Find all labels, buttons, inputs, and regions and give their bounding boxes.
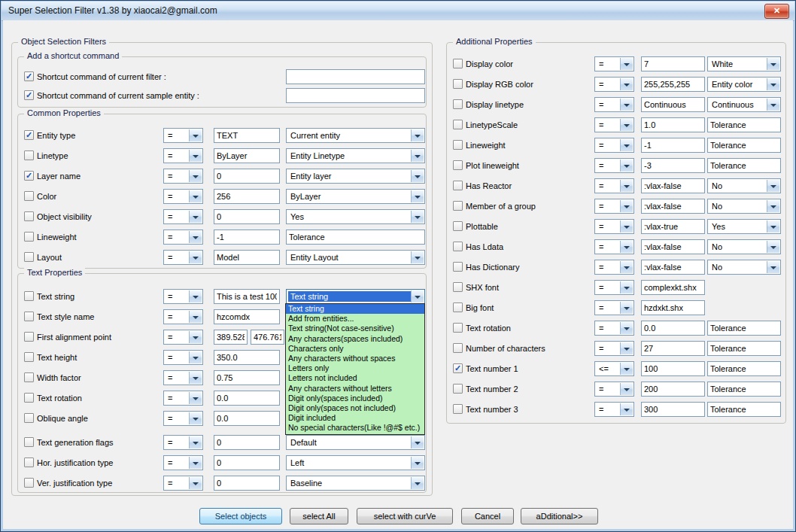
operator-combobox[interactable]: = bbox=[594, 382, 634, 397]
operator-combobox[interactable]: = bbox=[163, 455, 203, 470]
operator-combobox[interactable]: = bbox=[594, 402, 634, 417]
tolerance-input[interactable] bbox=[707, 138, 781, 153]
value-input[interactable] bbox=[641, 117, 705, 132]
select-with-curve-button[interactable]: select with curVe bbox=[357, 508, 453, 524]
checkbox[interactable] bbox=[453, 404, 463, 414]
operator-combobox[interactable]: = bbox=[163, 189, 203, 204]
value-input[interactable] bbox=[641, 199, 705, 214]
checkbox[interactable] bbox=[24, 413, 34, 423]
operator-combobox[interactable]: = bbox=[594, 280, 634, 295]
operator-combobox[interactable]: = bbox=[594, 239, 634, 254]
option-combobox[interactable]: Entity Linetype bbox=[286, 148, 425, 163]
operator-combobox[interactable]: = bbox=[163, 169, 203, 184]
value-input[interactable] bbox=[641, 300, 705, 315]
checkbox[interactable] bbox=[24, 150, 34, 160]
option-combobox[interactable]: ByLayer bbox=[286, 189, 425, 204]
cancel-button[interactable]: Cancel bbox=[461, 508, 514, 524]
dropdown-item[interactable]: Letters not included bbox=[286, 373, 424, 383]
operator-combobox[interactable]: = bbox=[163, 350, 203, 365]
value-input[interactable] bbox=[641, 382, 705, 397]
option-combobox[interactable]: No bbox=[707, 260, 781, 275]
tolerance-input[interactable] bbox=[707, 321, 781, 336]
option-combobox[interactable]: No bbox=[707, 178, 781, 193]
value-input[interactable] bbox=[214, 391, 280, 406]
option-combobox[interactable]: Continuous bbox=[707, 97, 781, 112]
value-input[interactable] bbox=[214, 476, 280, 491]
checkbox[interactable] bbox=[24, 211, 34, 221]
dropdown-item[interactable]: Add from entities... bbox=[286, 314, 424, 324]
checkbox[interactable] bbox=[24, 312, 34, 321]
operator-combobox[interactable]: = bbox=[594, 300, 634, 315]
value-input[interactable] bbox=[641, 361, 705, 376]
value-input[interactable] bbox=[641, 260, 705, 275]
operator-combobox[interactable]: = bbox=[163, 309, 203, 324]
operator-combobox[interactable]: = bbox=[594, 199, 634, 214]
operator-combobox[interactable]: = bbox=[594, 77, 634, 92]
value-input[interactable] bbox=[641, 77, 705, 92]
value-input[interactable] bbox=[641, 97, 705, 112]
option-combobox[interactable]: Baseline bbox=[286, 476, 425, 491]
option-combobox[interactable]: Yes bbox=[707, 219, 781, 234]
value-input[interactable] bbox=[641, 321, 705, 336]
checkbox[interactable] bbox=[453, 120, 463, 129]
checkbox[interactable] bbox=[453, 181, 463, 190]
operator-combobox[interactable]: = bbox=[594, 178, 634, 193]
checkbox[interactable]: ✓ bbox=[24, 71, 34, 81]
dropdown-item[interactable]: Digit only(spaces not included) bbox=[286, 403, 424, 413]
operator-combobox[interactable]: = bbox=[163, 476, 203, 491]
value-input[interactable] bbox=[641, 402, 705, 417]
value-input[interactable] bbox=[214, 330, 248, 345]
option-combobox[interactable]: Entity color bbox=[707, 77, 781, 92]
value-input[interactable] bbox=[214, 148, 280, 163]
value-input[interactable] bbox=[641, 219, 705, 234]
value-input[interactable] bbox=[214, 230, 280, 245]
value-input[interactable] bbox=[214, 250, 280, 265]
checkbox[interactable] bbox=[453, 221, 463, 231]
shortcut-command-input[interactable] bbox=[286, 69, 425, 84]
operator-combobox[interactable]: = bbox=[163, 250, 203, 265]
checkbox[interactable] bbox=[24, 393, 34, 403]
value-input[interactable] bbox=[214, 189, 280, 204]
checkbox[interactable] bbox=[24, 291, 34, 301]
value-input[interactable] bbox=[214, 128, 280, 143]
checkbox[interactable] bbox=[24, 252, 34, 262]
checkbox[interactable] bbox=[453, 384, 463, 394]
select-all-button[interactable]: select All bbox=[290, 508, 348, 524]
option-combobox[interactable]: White bbox=[707, 56, 781, 71]
value-input[interactable] bbox=[641, 280, 705, 295]
operator-combobox[interactable]: = bbox=[163, 411, 203, 426]
dropdown-item[interactable]: Any characters(spaces included) bbox=[286, 334, 424, 344]
tolerance-input[interactable] bbox=[286, 230, 425, 245]
value-input[interactable] bbox=[214, 209, 280, 224]
checkbox[interactable] bbox=[453, 201, 463, 211]
operator-combobox[interactable]: = bbox=[594, 56, 634, 71]
option-combobox[interactable]: Yes bbox=[286, 209, 425, 224]
value-input[interactable] bbox=[641, 178, 705, 193]
operator-combobox[interactable]: = bbox=[163, 209, 203, 224]
checkbox[interactable] bbox=[24, 458, 34, 467]
value-input[interactable] bbox=[214, 370, 280, 385]
operator-combobox[interactable]: = bbox=[594, 260, 634, 275]
checkbox[interactable] bbox=[453, 140, 463, 150]
select-objects-button[interactable]: Select objects bbox=[199, 508, 282, 524]
operator-combobox[interactable]: = bbox=[163, 435, 203, 450]
checkbox[interactable] bbox=[24, 191, 34, 201]
value-input-2[interactable] bbox=[251, 330, 284, 345]
checkbox[interactable] bbox=[453, 242, 463, 251]
checkbox[interactable] bbox=[24, 352, 34, 362]
operator-combobox[interactable]: <= bbox=[594, 361, 634, 376]
checkbox[interactable]: ✓ bbox=[453, 363, 463, 373]
value-input[interactable] bbox=[214, 289, 280, 304]
dropdown-item[interactable]: Any characters without letters bbox=[286, 384, 424, 394]
tolerance-input[interactable] bbox=[707, 382, 781, 397]
checkbox[interactable] bbox=[453, 323, 463, 333]
operator-combobox[interactable]: = bbox=[163, 391, 203, 406]
checkbox[interactable] bbox=[24, 437, 34, 447]
tolerance-input[interactable] bbox=[707, 341, 781, 356]
value-input[interactable] bbox=[641, 56, 705, 71]
checkbox[interactable] bbox=[453, 262, 463, 272]
dropdown-item[interactable]: Characters only bbox=[286, 344, 424, 354]
operator-combobox[interactable]: = bbox=[594, 341, 634, 356]
titlebar[interactable]: Super Selection Filter v1.38 by xiaocai2… bbox=[2, 2, 794, 21]
checkbox[interactable] bbox=[24, 478, 34, 488]
